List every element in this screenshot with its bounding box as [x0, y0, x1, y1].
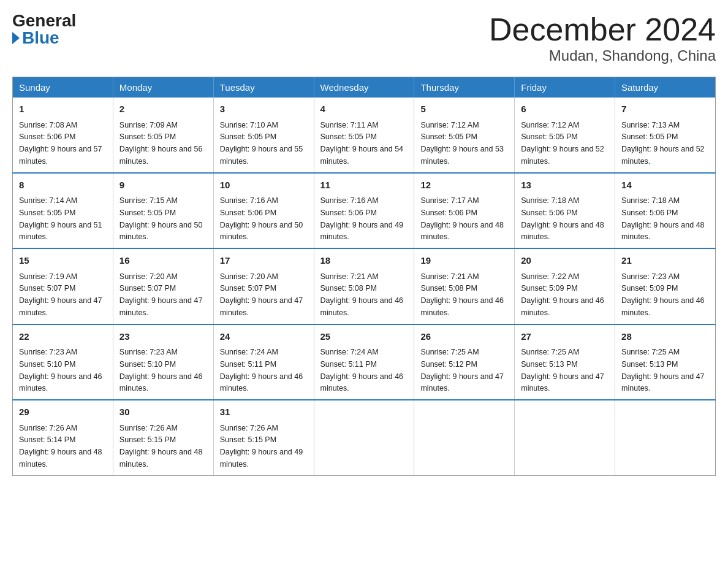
- day-number: 8: [19, 178, 107, 193]
- calendar-week-row: 8 Sunrise: 7:14 AMSunset: 5:05 PMDayligh…: [13, 173, 716, 249]
- day-number: 31: [220, 405, 308, 419]
- calendar-cell: 31 Sunrise: 7:26 AMSunset: 5:15 PMDaylig…: [213, 400, 314, 475]
- day-number: 23: [119, 330, 207, 344]
- calendar-table: SundayMondayTuesdayWednesdayThursdayFrid…: [12, 77, 716, 476]
- day-number: 19: [420, 254, 508, 268]
- day-info: Sunrise: 7:23 AMSunset: 5:10 PMDaylight:…: [119, 348, 203, 393]
- calendar-cell: 4 Sunrise: 7:11 AMSunset: 5:05 PMDayligh…: [314, 98, 414, 173]
- day-number: 21: [621, 254, 709, 268]
- location-title: Mudan, Shandong, China: [489, 47, 716, 64]
- calendar-cell: [615, 400, 716, 475]
- day-info: Sunrise: 7:18 AMSunset: 5:06 PMDaylight:…: [621, 196, 705, 241]
- day-number: 3: [220, 102, 308, 117]
- calendar-cell: 30 Sunrise: 7:26 AMSunset: 5:15 PMDaylig…: [113, 400, 213, 475]
- calendar-cell: 28 Sunrise: 7:25 AMSunset: 5:13 PMDaylig…: [615, 324, 716, 400]
- calendar-cell: 24 Sunrise: 7:24 AMSunset: 5:11 PMDaylig…: [213, 324, 314, 400]
- day-number: 12: [420, 178, 508, 193]
- calendar-cell: 22 Sunrise: 7:23 AMSunset: 5:10 PMDaylig…: [13, 324, 113, 400]
- day-info: Sunrise: 7:12 AMSunset: 5:05 PMDaylight:…: [420, 121, 504, 166]
- calendar-cell: 29 Sunrise: 7:26 AMSunset: 5:14 PMDaylig…: [13, 400, 113, 475]
- calendar-cell: 16 Sunrise: 7:20 AMSunset: 5:07 PMDaylig…: [113, 248, 213, 324]
- logo-blue-text: Blue: [12, 29, 59, 47]
- weekday-header: Thursday: [414, 77, 515, 98]
- day-number: 20: [521, 254, 609, 268]
- title-block: December 2024 Mudan, Shandong, China: [489, 12, 716, 64]
- calendar-cell: 18 Sunrise: 7:21 AMSunset: 5:08 PMDaylig…: [314, 248, 414, 324]
- day-info: Sunrise: 7:20 AMSunset: 5:07 PMDaylight:…: [220, 272, 303, 317]
- day-info: Sunrise: 7:25 AMSunset: 5:12 PMDaylight:…: [420, 348, 504, 393]
- day-info: Sunrise: 7:24 AMSunset: 5:11 PMDaylight:…: [220, 348, 303, 393]
- day-number: 29: [19, 405, 107, 419]
- day-number: 22: [19, 330, 107, 344]
- day-info: Sunrise: 7:13 AMSunset: 5:05 PMDaylight:…: [621, 121, 705, 166]
- day-info: Sunrise: 7:22 AMSunset: 5:09 PMDaylight:…: [521, 272, 604, 317]
- day-info: Sunrise: 7:26 AMSunset: 5:14 PMDaylight:…: [19, 424, 102, 469]
- day-number: 2: [119, 102, 207, 117]
- calendar-cell: 6 Sunrise: 7:12 AMSunset: 5:05 PMDayligh…: [515, 98, 615, 173]
- calendar-cell: 17 Sunrise: 7:20 AMSunset: 5:07 PMDaylig…: [213, 248, 314, 324]
- day-number: 15: [19, 254, 107, 268]
- day-number: 26: [420, 330, 508, 344]
- day-number: 5: [420, 102, 508, 117]
- day-number: 9: [119, 178, 207, 193]
- day-number: 25: [320, 330, 408, 344]
- month-title: December 2024: [489, 12, 716, 47]
- day-info: Sunrise: 7:12 AMSunset: 5:05 PMDaylight:…: [521, 121, 604, 166]
- weekday-header: Saturday: [615, 77, 716, 98]
- day-info: Sunrise: 7:11 AMSunset: 5:05 PMDaylight:…: [320, 121, 404, 166]
- day-number: 24: [220, 330, 308, 344]
- day-info: Sunrise: 7:18 AMSunset: 5:06 PMDaylight:…: [521, 196, 604, 241]
- calendar-cell: [414, 400, 515, 475]
- calendar-header: SundayMondayTuesdayWednesdayThursdayFrid…: [13, 77, 716, 98]
- page-header: General Blue December 2024 Mudan, Shando…: [12, 12, 716, 64]
- logo-general-text: General: [12, 12, 76, 29]
- calendar-cell: 2 Sunrise: 7:09 AMSunset: 5:05 PMDayligh…: [113, 98, 213, 173]
- day-info: Sunrise: 7:20 AMSunset: 5:07 PMDaylight:…: [119, 272, 203, 317]
- day-info: Sunrise: 7:26 AMSunset: 5:15 PMDaylight:…: [119, 424, 203, 469]
- day-number: 17: [220, 254, 308, 268]
- calendar-cell: 20 Sunrise: 7:22 AMSunset: 5:09 PMDaylig…: [515, 248, 615, 324]
- day-info: Sunrise: 7:16 AMSunset: 5:06 PMDaylight:…: [220, 196, 303, 241]
- calendar-cell: [515, 400, 615, 475]
- day-number: 4: [320, 102, 408, 117]
- day-number: 27: [521, 330, 609, 344]
- weekday-header: Friday: [515, 77, 615, 98]
- day-number: 14: [621, 178, 709, 193]
- calendar-week-row: 22 Sunrise: 7:23 AMSunset: 5:10 PMDaylig…: [13, 324, 716, 400]
- calendar-cell: [314, 400, 414, 475]
- day-number: 11: [320, 178, 408, 193]
- calendar-cell: 7 Sunrise: 7:13 AMSunset: 5:05 PMDayligh…: [615, 98, 716, 173]
- day-info: Sunrise: 7:26 AMSunset: 5:15 PMDaylight:…: [220, 424, 303, 469]
- logo: General Blue: [12, 12, 76, 47]
- calendar-cell: 5 Sunrise: 7:12 AMSunset: 5:05 PMDayligh…: [414, 98, 515, 173]
- calendar-week-row: 1 Sunrise: 7:08 AMSunset: 5:06 PMDayligh…: [13, 98, 716, 173]
- day-info: Sunrise: 7:23 AMSunset: 5:09 PMDaylight:…: [621, 272, 705, 317]
- calendar-cell: 26 Sunrise: 7:25 AMSunset: 5:12 PMDaylig…: [414, 324, 515, 400]
- calendar-cell: 1 Sunrise: 7:08 AMSunset: 5:06 PMDayligh…: [13, 98, 113, 173]
- day-number: 30: [119, 405, 207, 419]
- day-number: 6: [521, 102, 609, 117]
- calendar-cell: 14 Sunrise: 7:18 AMSunset: 5:06 PMDaylig…: [615, 173, 716, 249]
- day-info: Sunrise: 7:14 AMSunset: 5:05 PMDaylight:…: [19, 196, 102, 241]
- day-info: Sunrise: 7:25 AMSunset: 5:13 PMDaylight:…: [521, 348, 604, 393]
- calendar-cell: 9 Sunrise: 7:15 AMSunset: 5:05 PMDayligh…: [113, 173, 213, 249]
- day-number: 13: [521, 178, 609, 193]
- weekday-header: Monday: [113, 77, 213, 98]
- weekday-header: Wednesday: [314, 77, 414, 98]
- calendar-cell: 23 Sunrise: 7:23 AMSunset: 5:10 PMDaylig…: [113, 324, 213, 400]
- day-info: Sunrise: 7:09 AMSunset: 5:05 PMDaylight:…: [119, 121, 203, 166]
- calendar-week-row: 15 Sunrise: 7:19 AMSunset: 5:07 PMDaylig…: [13, 248, 716, 324]
- calendar-cell: 3 Sunrise: 7:10 AMSunset: 5:05 PMDayligh…: [213, 98, 314, 173]
- day-info: Sunrise: 7:08 AMSunset: 5:06 PMDaylight:…: [19, 121, 102, 166]
- day-info: Sunrise: 7:24 AMSunset: 5:11 PMDaylight:…: [320, 348, 404, 393]
- day-number: 28: [621, 330, 709, 344]
- day-number: 7: [621, 102, 709, 117]
- day-info: Sunrise: 7:21 AMSunset: 5:08 PMDaylight:…: [420, 272, 504, 317]
- day-info: Sunrise: 7:23 AMSunset: 5:10 PMDaylight:…: [19, 348, 102, 393]
- day-info: Sunrise: 7:16 AMSunset: 5:06 PMDaylight:…: [320, 196, 404, 241]
- day-number: 1: [19, 102, 107, 117]
- calendar-body: 1 Sunrise: 7:08 AMSunset: 5:06 PMDayligh…: [13, 98, 716, 475]
- day-info: Sunrise: 7:15 AMSunset: 5:05 PMDaylight:…: [119, 196, 203, 241]
- calendar-cell: 13 Sunrise: 7:18 AMSunset: 5:06 PMDaylig…: [515, 173, 615, 249]
- weekday-row: SundayMondayTuesdayWednesdayThursdayFrid…: [13, 77, 716, 98]
